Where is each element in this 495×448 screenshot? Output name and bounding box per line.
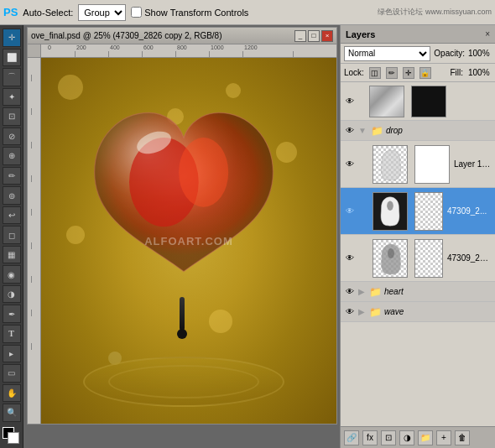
layers-close-button[interactable]: × xyxy=(485,29,490,39)
layer-style-btn[interactable]: fx xyxy=(362,430,378,445)
layers-title: Layers xyxy=(346,29,375,39)
opacity-label: Opacity: xyxy=(434,49,465,58)
canvas-content: ALFOART.COM xyxy=(41,58,336,424)
layer-group-wave[interactable]: 👁 ▶ 📁 wave xyxy=(341,302,495,322)
layers-panel-header: Layers × xyxy=(341,25,495,44)
layer-eye-47309-2826[interactable]: 👁 xyxy=(344,253,356,264)
canvas-title: ove_final.psd @ 25% (47309_2826 copy 2, … xyxy=(31,31,222,40)
minimize-button[interactable]: _ xyxy=(294,30,306,42)
restore-button[interactable]: □ xyxy=(308,30,320,42)
layer-eye-drop[interactable]: 👁 xyxy=(344,125,356,137)
lock-transparent-btn[interactable]: ◫ xyxy=(369,67,381,79)
layer-eye-top[interactable]: 👁 xyxy=(344,96,356,107)
group-name-heart: heart xyxy=(384,287,404,296)
eyedropper-tool[interactable]: ⊘ xyxy=(3,128,21,146)
add-mask-btn[interactable]: ⊡ xyxy=(381,430,396,445)
drip-drop xyxy=(177,329,187,339)
heal-tool[interactable]: ⊕ xyxy=(3,147,21,165)
gradient-tool[interactable]: ▦ xyxy=(3,246,21,264)
tools-panel: ✛ ⬜ ⌒ ✦ ⊡ ⊘ ⊕ ✏ ⊚ ↩ ◻ ▦ ◉ ◑ ✒ T ▸ ▭ ✋ 🔍 xyxy=(0,25,23,448)
close-button[interactable]: × xyxy=(321,30,333,42)
ruler-vertical xyxy=(28,58,41,424)
group-arrow-wave[interactable]: ▶ xyxy=(358,307,365,316)
layer-group-heart[interactable]: 👁 ▶ 📁 heart xyxy=(341,282,495,302)
layer-item-47309-2826[interactable]: 👁 47309_2826... xyxy=(341,235,495,282)
foreground-color[interactable] xyxy=(3,427,21,445)
canvas-window: ove_final.psd @ 25% (47309_2826 copy 2, … xyxy=(27,27,337,425)
fill-value[interactable]: 100% xyxy=(468,68,492,77)
magic-wand-tool[interactable]: ✦ xyxy=(3,88,21,107)
layers-list[interactable]: 👁 👁 ▼ 📁 drop 👁 xyxy=(341,82,495,426)
ruler-h-1000: 1000 xyxy=(211,44,224,50)
group-name-wave: wave xyxy=(384,307,404,316)
layer-mask-47309-2826 xyxy=(414,239,443,278)
svg-point-4 xyxy=(388,248,394,258)
delete-layer-btn[interactable]: 🗑 xyxy=(455,430,470,445)
lock-paint-btn[interactable]: ✏ xyxy=(386,67,398,79)
layer-eye-heart[interactable]: 👁 xyxy=(344,286,356,298)
adjustment-btn[interactable]: ◑ xyxy=(399,430,414,445)
vase-gray-svg xyxy=(373,240,408,278)
layer-mask-47309 xyxy=(414,192,443,231)
link-layers-btn[interactable]: 🔗 xyxy=(344,430,359,445)
layer-name-13copy: Layer 13 copy xyxy=(454,159,492,169)
vase-black-svg xyxy=(373,192,407,231)
layer-item-13copy[interactable]: 👁 Layer 13 copy xyxy=(341,141,495,188)
type-tool[interactable]: T xyxy=(3,325,21,343)
auto-select-dropdown[interactable]: Group Layer xyxy=(78,4,126,21)
ruler-v-content xyxy=(28,58,40,424)
crop-tool[interactable]: ⊡ xyxy=(3,107,21,126)
dodge-tool[interactable]: ◑ xyxy=(3,285,21,304)
clone-tool[interactable]: ⊚ xyxy=(3,186,21,205)
layer-eye-47309[interactable]: 👁 xyxy=(344,206,356,217)
ruler-h-400: 400 xyxy=(110,44,120,50)
group-btn[interactable]: 📁 xyxy=(418,430,433,445)
group-arrow-heart[interactable]: ▶ xyxy=(358,287,365,296)
pen-tool[interactable]: ✒ xyxy=(3,305,21,323)
transform-controls-checkbox[interactable] xyxy=(131,7,142,18)
layer-item-top[interactable]: 👁 xyxy=(341,82,495,121)
auto-select-label: Auto-Select: xyxy=(23,8,73,18)
lock-all-btn[interactable]: 🔒 xyxy=(419,67,431,79)
layer-mask-13copy xyxy=(414,145,450,184)
layer-item-47309[interactable]: 👁 47309_2... xyxy=(341,188,495,235)
move-tool[interactable]: ✛ xyxy=(3,29,21,47)
layer-eye-wave[interactable]: 👁 xyxy=(344,306,356,318)
ruler-h-1200: 1200 xyxy=(244,44,258,50)
eraser-tool[interactable]: ◻ xyxy=(3,226,21,244)
zoom-tool[interactable]: 🔍 xyxy=(3,404,21,422)
history-tool[interactable]: ↩ xyxy=(3,206,21,225)
layer-mask-top xyxy=(411,86,446,117)
group-name-drop: drop xyxy=(386,126,403,135)
brush-tool[interactable]: ✏ xyxy=(3,167,21,185)
window-controls: _ □ × xyxy=(294,30,333,42)
water-ripple-2 xyxy=(108,365,259,399)
ruler-h-200: 200 xyxy=(76,44,86,50)
layer-eye-13copy[interactable]: 👁 xyxy=(344,159,356,170)
heart-svg xyxy=(83,83,284,301)
hand-tool[interactable]: ✋ xyxy=(3,384,21,403)
new-layer-btn[interactable]: + xyxy=(436,430,451,445)
shape-tool[interactable]: ▭ xyxy=(3,364,21,383)
top-toolbar: PS Auto-Select: Group Layer Show Transfo… xyxy=(0,0,495,25)
layer-thumb-47309-2826 xyxy=(373,239,408,278)
group-arrow-drop[interactable]: ▼ xyxy=(358,126,367,135)
ruler-horizontal: 0 200 400 600 800 1000 1200 xyxy=(41,44,336,58)
opacity-value[interactable]: 100% xyxy=(468,49,492,58)
layers-panel: Layers × Normal Multiply Screen Overlay … xyxy=(340,25,495,448)
transform-controls-check[interactable]: Show Transform Controls xyxy=(131,7,248,18)
lock-position-btn[interactable]: ✛ xyxy=(403,67,414,79)
blur-tool[interactable]: ◉ xyxy=(3,265,21,284)
lasso-tool[interactable]: ⌒ xyxy=(3,68,21,86)
canvas-area: ove_final.psd @ 25% (47309_2826 copy 2, … xyxy=(23,25,340,448)
ruler-corner xyxy=(28,44,41,58)
layer-info-47309: 47309_2... xyxy=(446,206,492,216)
layer-info-13copy: Layer 13 copy xyxy=(452,159,492,169)
canvas-image[interactable]: ALFOART.COM xyxy=(41,58,336,424)
folder-icon-wave: 📁 xyxy=(369,306,382,318)
layer-group-drop[interactable]: 👁 ▼ 📁 drop xyxy=(341,121,495,141)
ruler-h-600: 600 xyxy=(143,44,154,50)
path-select-tool[interactable]: ▸ xyxy=(3,345,21,363)
blend-mode-select[interactable]: Normal Multiply Screen Overlay xyxy=(344,46,430,61)
marquee-tool[interactable]: ⬜ xyxy=(3,49,21,67)
